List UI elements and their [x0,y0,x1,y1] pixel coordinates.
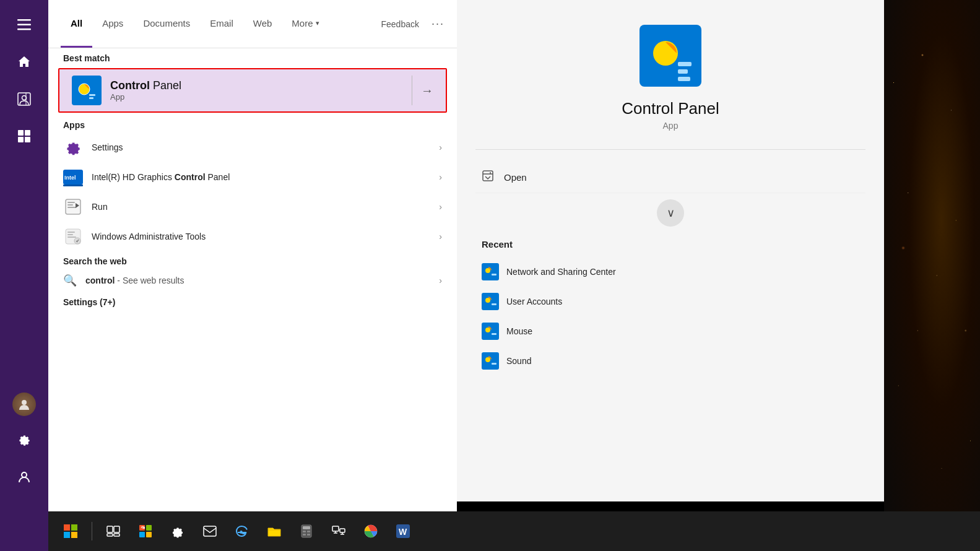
svg-rect-45 [482,352,499,370]
explorer-button[interactable] [261,518,288,545]
svg-rect-49 [71,524,77,531]
open-label: Open [504,172,527,183]
svg-point-10 [22,400,27,405]
list-item-intel[interactable]: Intel Intel(R) HD Graphics Control Panel… [48,162,457,192]
svg-rect-39 [482,293,499,310]
list-item-run[interactable]: Run › [48,192,457,222]
svg-rect-41 [492,303,497,305]
tab-apps[interactable]: Apps [92,0,133,48]
detail-actions: Open [475,149,865,193]
sidebar [0,0,48,551]
recent-icon-mouse [482,323,499,340]
svg-rect-44 [492,333,497,335]
svg-rect-25 [67,234,73,235]
detail-app-name: Control Panel [622,99,719,118]
tab-documents[interactable]: Documents [133,0,200,48]
svg-rect-21 [67,204,73,206]
taskbar-separator [92,522,92,540]
word-button[interactable]: W [389,518,417,545]
contact-icon[interactable] [11,85,38,113]
task-view-button[interactable] [100,518,127,545]
tab-email[interactable]: Email [200,0,243,48]
best-match-arrow: → [421,84,433,98]
recent-item-mouse[interactable]: Mouse [475,316,865,346]
tab-more[interactable]: More ▾ [282,0,329,48]
recent-sound-label: Sound [506,356,531,366]
edge-button[interactable]: e [228,518,256,545]
svg-rect-47 [492,363,497,365]
open-action[interactable]: Open [475,162,865,193]
recent-item-network[interactable]: Network and Sharing Center [475,257,865,287]
calculator-button[interactable] [293,518,320,545]
search-results: Best match Control Panel App → [48,48,457,511]
svg-rect-18 [63,184,83,186]
web-sub: - See web results [117,276,184,285]
hamburger-icon[interactable] [11,11,38,38]
more-options-button[interactable]: ··· [431,17,444,30]
network-button[interactable] [325,518,352,545]
svg-point-4 [22,96,27,100]
svg-text:W: W [399,527,407,537]
tab-web[interactable]: Web [243,0,282,48]
avatar-icon[interactable] [12,393,36,416]
web-query: control [85,276,115,285]
settings-app-label: Settings [92,142,439,152]
svg-rect-15 [89,97,93,99]
web-search-text: control - See web results [85,276,439,285]
open-icon [482,170,494,185]
svg-point-11 [22,472,27,477]
settings-app-icon [63,137,83,157]
svg-rect-69 [332,526,339,531]
recent-useraccounts-label: User Accounts [506,297,562,306]
person-power-icon[interactable] [11,463,38,490]
divider [412,76,412,105]
wat-label: Windows Administrative Tools [92,232,439,241]
feedback-button[interactable]: Feedback [381,19,419,29]
svg-rect-48 [64,524,70,531]
svg-rect-36 [482,263,499,280]
svg-rect-61 [204,526,216,536]
best-match-item-control-panel[interactable]: Control Panel App → [58,68,447,113]
svg-rect-33 [678,69,688,74]
home-icon[interactable] [11,48,38,76]
svg-point-40 [485,298,490,303]
chevron-down-icon: ▾ [316,19,319,27]
recent-item-sound[interactable]: Sound [475,346,865,376]
expand-button[interactable]: ∨ [657,199,684,227]
list-item-wat[interactable]: Windows Administrative Tools › [48,222,457,251]
chrome-button[interactable] [357,518,384,545]
documents-icon[interactable] [11,123,38,150]
svg-rect-32 [678,62,692,66]
settings-section-label: Settings (7+) [48,292,457,310]
recent-icon-sound [482,352,499,370]
start-button[interactable] [57,518,84,545]
tab-bar: All Apps Documents Email Web More ▾ Feed… [48,0,457,48]
svg-rect-26 [67,236,76,238]
svg-rect-52 [107,526,113,532]
gear-icon[interactable] [11,426,38,453]
best-match-info: Control Panel App [110,79,415,102]
recent-item-useracounts[interactable]: User Accounts [475,287,865,316]
list-item-settings[interactable]: Settings › [48,132,457,162]
chevron-down-icon: ∨ [667,206,675,220]
svg-rect-66 [307,531,310,532]
svg-rect-72 [340,529,345,532]
apps-section-label: Apps [48,115,457,132]
tabs-right-actions: Feedback ··· [381,17,445,30]
svg-rect-0 [17,19,31,21]
taskbar-settings-button[interactable] [164,518,191,545]
svg-rect-57 [146,525,152,531]
tab-all[interactable]: All [61,0,92,48]
mail-button[interactable] [196,518,223,545]
taskbar: 🛍 e [48,511,980,551]
svg-rect-34 [678,77,690,81]
best-match-name: Control Panel [110,79,415,92]
web-search-item[interactable]: 🔍 control - See web results › [48,269,457,292]
wat-icon [63,227,83,246]
svg-rect-6 [18,130,24,136]
control-panel-icon [72,76,102,105]
svg-rect-22 [67,207,76,208]
search-web-icon: 🔍 [63,274,77,287]
intel-app-label: Intel(R) HD Graphics Control Panel [92,172,439,182]
store-button[interactable]: 🛍 [132,518,159,545]
